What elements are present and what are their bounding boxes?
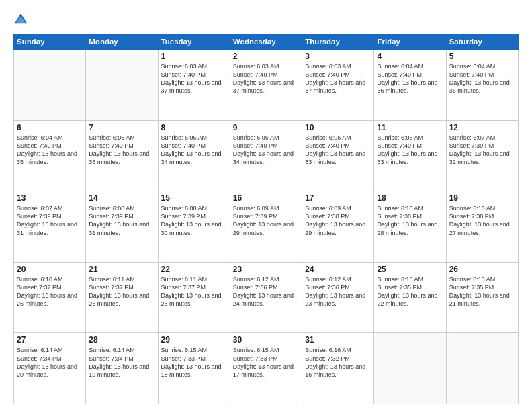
calendar-day-9: 9Sunrise: 6:06 AM Sunset: 7:40 PM Daylig…: [230, 120, 302, 191]
calendar-day-2: 2Sunrise: 6:03 AM Sunset: 7:40 PM Daylig…: [230, 50, 302, 121]
day-number: 26: [449, 265, 515, 274]
calendar-day-14: 14Sunrise: 6:08 AM Sunset: 7:39 PM Dayli…: [86, 191, 158, 263]
day-info: Sunrise: 6:05 AM Sunset: 7:40 PM Dayligh…: [161, 134, 227, 167]
day-number: 3: [305, 52, 371, 61]
calendar-day-25: 25Sunrise: 6:13 AM Sunset: 7:35 PM Dayli…: [374, 262, 446, 333]
day-number: 8: [161, 123, 227, 132]
calendar-day-31: 31Sunrise: 6:16 AM Sunset: 7:32 PM Dayli…: [302, 333, 374, 404]
day-info: Sunrise: 6:16 AM Sunset: 7:32 PM Dayligh…: [305, 346, 371, 379]
day-number: 25: [377, 265, 443, 274]
day-info: Sunrise: 6:06 AM Sunset: 7:40 PM Dayligh…: [233, 134, 299, 167]
day-number: 15: [161, 193, 227, 203]
calendar-day-10: 10Sunrise: 6:06 AM Sunset: 7:40 PM Dayli…: [302, 120, 374, 191]
day-info: Sunrise: 6:07 AM Sunset: 7:39 PM Dayligh…: [449, 134, 515, 167]
day-info: Sunrise: 6:13 AM Sunset: 7:35 PM Dayligh…: [449, 275, 515, 308]
calendar-day-18: 18Sunrise: 6:10 AM Sunset: 7:38 PM Dayli…: [374, 191, 446, 263]
day-number: 31: [305, 335, 371, 345]
day-number: 22: [161, 265, 227, 274]
day-info: Sunrise: 6:10 AM Sunset: 7:38 PM Dayligh…: [377, 204, 443, 237]
day-info: Sunrise: 6:15 AM Sunset: 7:33 PM Dayligh…: [233, 346, 299, 379]
day-number: 2: [233, 52, 299, 61]
calendar-day-6: 6Sunrise: 6:04 AM Sunset: 7:40 PM Daylig…: [14, 120, 86, 191]
day-number: 20: [17, 265, 83, 274]
day-info: Sunrise: 6:12 AM Sunset: 7:36 PM Dayligh…: [305, 275, 371, 308]
day-number: 16: [233, 193, 299, 203]
calendar-day-15: 15Sunrise: 6:08 AM Sunset: 7:39 PM Dayli…: [158, 191, 230, 263]
day-info: Sunrise: 6:05 AM Sunset: 7:40 PM Dayligh…: [89, 134, 154, 167]
day-info: Sunrise: 6:10 AM Sunset: 7:38 PM Dayligh…: [449, 204, 515, 237]
day-info: Sunrise: 6:08 AM Sunset: 7:39 PM Dayligh…: [161, 204, 227, 237]
calendar-table: SundayMondayTuesdayWednesdayThursdayFrid…: [13, 34, 519, 404]
day-number: 11: [377, 123, 443, 132]
calendar-day-5: 5Sunrise: 6:04 AM Sunset: 7:40 PM Daylig…: [446, 50, 518, 121]
day-info: Sunrise: 6:04 AM Sunset: 7:40 PM Dayligh…: [17, 134, 83, 167]
day-number: 17: [305, 193, 371, 203]
day-info: Sunrise: 6:14 AM Sunset: 7:34 PM Dayligh…: [89, 346, 154, 379]
calendar-day-1: 1Sunrise: 6:03 AM Sunset: 7:40 PM Daylig…: [158, 50, 230, 121]
calendar-day-19: 19Sunrise: 6:10 AM Sunset: 7:38 PM Dayli…: [446, 191, 518, 263]
day-number: 23: [233, 265, 299, 274]
day-number: 29: [161, 335, 227, 345]
logo: [13, 12, 31, 28]
day-info: Sunrise: 6:03 AM Sunset: 7:40 PM Dayligh…: [305, 62, 371, 95]
day-info: Sunrise: 6:14 AM Sunset: 7:34 PM Dayligh…: [17, 346, 83, 379]
day-info: Sunrise: 6:09 AM Sunset: 7:38 PM Dayligh…: [305, 204, 371, 237]
day-number: 13: [17, 193, 83, 203]
day-info: Sunrise: 6:04 AM Sunset: 7:40 PM Dayligh…: [377, 62, 443, 95]
calendar-day-13: 13Sunrise: 6:07 AM Sunset: 7:39 PM Dayli…: [14, 191, 86, 263]
calendar-header-monday: Monday: [86, 34, 158, 50]
page: SundayMondayTuesdayWednesdayThursdayFrid…: [0, 0, 532, 411]
day-info: Sunrise: 6:12 AM Sunset: 7:36 PM Dayligh…: [233, 275, 299, 308]
day-number: 5: [449, 52, 515, 61]
day-number: 27: [17, 335, 83, 345]
calendar-header-saturday: Saturday: [446, 34, 518, 50]
calendar-day-24: 24Sunrise: 6:12 AM Sunset: 7:36 PM Dayli…: [302, 262, 374, 333]
day-number: 30: [233, 335, 299, 345]
calendar-empty-cell: [446, 333, 518, 404]
calendar-empty-cell: [86, 50, 158, 121]
day-number: 9: [233, 123, 299, 132]
day-number: 19: [449, 193, 515, 203]
day-info: Sunrise: 6:06 AM Sunset: 7:40 PM Dayligh…: [305, 134, 371, 167]
calendar-day-16: 16Sunrise: 6:09 AM Sunset: 7:39 PM Dayli…: [230, 191, 302, 263]
day-number: 4: [377, 52, 443, 61]
day-info: Sunrise: 6:11 AM Sunset: 7:37 PM Dayligh…: [89, 275, 154, 308]
day-info: Sunrise: 6:15 AM Sunset: 7:33 PM Dayligh…: [161, 346, 227, 379]
calendar-day-22: 22Sunrise: 6:11 AM Sunset: 7:37 PM Dayli…: [158, 262, 230, 333]
calendar-header-row: SundayMondayTuesdayWednesdayThursdayFrid…: [14, 34, 519, 50]
day-number: 1: [161, 52, 227, 61]
calendar-day-12: 12Sunrise: 6:07 AM Sunset: 7:39 PM Dayli…: [446, 120, 518, 191]
day-info: Sunrise: 6:03 AM Sunset: 7:40 PM Dayligh…: [233, 62, 299, 95]
calendar-week-row: 13Sunrise: 6:07 AM Sunset: 7:39 PM Dayli…: [14, 191, 519, 263]
calendar-empty-cell: [14, 50, 86, 121]
calendar-day-27: 27Sunrise: 6:14 AM Sunset: 7:34 PM Dayli…: [14, 333, 86, 404]
header: [13, 12, 519, 28]
calendar-header-wednesday: Wednesday: [230, 34, 302, 50]
calendar-day-3: 3Sunrise: 6:03 AM Sunset: 7:40 PM Daylig…: [302, 50, 374, 121]
calendar-day-4: 4Sunrise: 6:04 AM Sunset: 7:40 PM Daylig…: [374, 50, 446, 121]
day-info: Sunrise: 6:04 AM Sunset: 7:40 PM Dayligh…: [449, 62, 515, 95]
day-info: Sunrise: 6:13 AM Sunset: 7:35 PM Dayligh…: [377, 275, 443, 308]
calendar-day-17: 17Sunrise: 6:09 AM Sunset: 7:38 PM Dayli…: [302, 191, 374, 263]
logo-icon: [13, 12, 28, 27]
day-number: 21: [89, 265, 154, 274]
day-info: Sunrise: 6:10 AM Sunset: 7:37 PM Dayligh…: [17, 275, 83, 308]
day-number: 18: [377, 193, 443, 203]
day-number: 28: [89, 335, 154, 345]
calendar-week-row: 1Sunrise: 6:03 AM Sunset: 7:40 PM Daylig…: [14, 50, 519, 121]
calendar-header-thursday: Thursday: [302, 34, 374, 50]
calendar-day-11: 11Sunrise: 6:06 AM Sunset: 7:40 PM Dayli…: [374, 120, 446, 191]
calendar-header-sunday: Sunday: [14, 34, 86, 50]
day-number: 10: [305, 123, 371, 132]
calendar-header-tuesday: Tuesday: [158, 34, 230, 50]
calendar-week-row: 27Sunrise: 6:14 AM Sunset: 7:34 PM Dayli…: [14, 333, 519, 404]
calendar-day-20: 20Sunrise: 6:10 AM Sunset: 7:37 PM Dayli…: [14, 262, 86, 333]
calendar-week-row: 6Sunrise: 6:04 AM Sunset: 7:40 PM Daylig…: [14, 120, 519, 191]
day-number: 7: [89, 123, 154, 132]
calendar-day-29: 29Sunrise: 6:15 AM Sunset: 7:33 PM Dayli…: [158, 333, 230, 404]
calendar-day-23: 23Sunrise: 6:12 AM Sunset: 7:36 PM Dayli…: [230, 262, 302, 333]
calendar-week-row: 20Sunrise: 6:10 AM Sunset: 7:37 PM Dayli…: [14, 262, 519, 333]
calendar-header-friday: Friday: [374, 34, 446, 50]
day-number: 24: [305, 265, 371, 274]
day-info: Sunrise: 6:09 AM Sunset: 7:39 PM Dayligh…: [233, 204, 299, 237]
